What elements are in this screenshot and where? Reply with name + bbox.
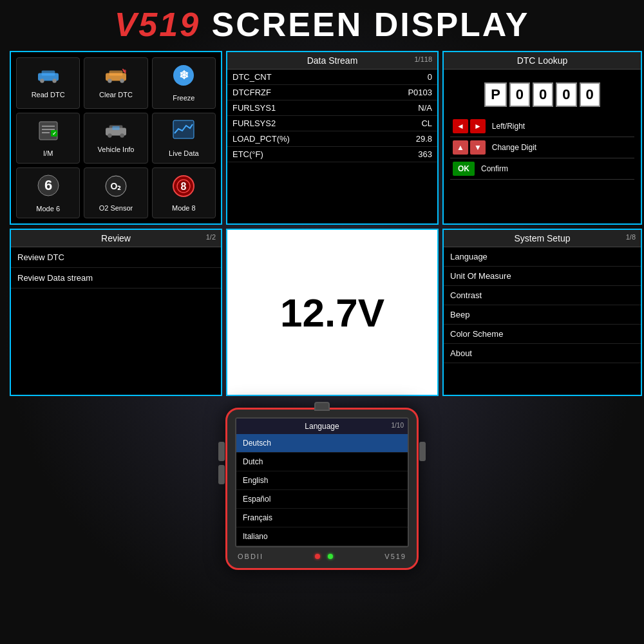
data-row-dtc-cnt: DTC_CNT 0	[227, 70, 437, 85]
menu-item-read-dtc[interactable]: Read DTC	[16, 57, 80, 108]
mode8-label: Mode 8	[172, 204, 196, 212]
setup-row-about[interactable]: About	[444, 344, 641, 363]
lang-item-espanol[interactable]: Español	[236, 490, 408, 509]
side-btn-right-1[interactable]	[419, 442, 426, 461]
menu-item-freeze[interactable]: ❄ Freeze	[152, 57, 216, 108]
review-panel: Review 1/2 Review DTC Review Data stream	[10, 229, 222, 396]
setup-row-color-scheme[interactable]: Color Scheme	[444, 325, 641, 344]
menu-panel: Read DTC Clear DTC	[10, 51, 222, 225]
device-brand-right: V519	[384, 553, 406, 560]
data-stream-panel: Data Stream 1/118 DTC_CNT 0 DTCFRZF P010…	[226, 51, 439, 225]
live-data-icon	[172, 119, 195, 147]
dtc-lr-label: Left/Right	[492, 122, 525, 131]
dtc-prefix: P	[484, 82, 507, 107]
setup-row-language[interactable]: Language	[444, 247, 641, 267]
lang-item-deutsch[interactable]: Deutsch	[236, 434, 408, 453]
clear-dtc-label: Clear DTC	[99, 91, 133, 99]
review-page: 1/2	[206, 233, 216, 241]
clear-dtc-icon	[103, 68, 129, 88]
review-row-1[interactable]: Review Data stream	[11, 268, 221, 289]
setup-row-beep[interactable]: Beep	[444, 305, 641, 325]
review-header: Review 1/2	[11, 230, 221, 247]
title-rest: SCREEN DISPLAY	[212, 6, 530, 43]
svg-point-7	[120, 79, 124, 82]
data-row-etc: ETC(°F) 363	[227, 147, 437, 162]
data-row-dtcfrzf: DTCFRZF P0103	[227, 85, 437, 100]
setup-row-contrast[interactable]: Contrast	[444, 286, 641, 305]
setup-row-unit[interactable]: Unit Of Measure	[444, 267, 641, 286]
svg-point-6	[108, 79, 111, 82]
dtc-left-btn[interactable]: ◄	[453, 119, 468, 133]
led-red	[315, 554, 320, 559]
live-data-label: Live Data	[169, 149, 198, 157]
lang-item-italiano[interactable]: Italiano	[236, 527, 408, 546]
system-setup-panel: System Setup 1/8 Language Unit Of Measur…	[442, 229, 642, 396]
title-v519: V519	[115, 6, 200, 43]
screens-grid: Read DTC Clear DTC	[10, 51, 634, 396]
dtc-lookup-header: DTC Lookup	[444, 52, 641, 70]
side-btn-left-2[interactable]	[218, 465, 225, 484]
read-dtc-label: Read DTC	[32, 91, 65, 99]
im-label: I/M	[43, 149, 53, 157]
svg-text:8: 8	[181, 181, 187, 192]
device-container: Language 1/10 Deutsch Dutch English	[213, 401, 431, 601]
system-setup-page: 1/8	[626, 233, 636, 241]
lang-item-francais[interactable]: Français	[236, 509, 408, 527]
device-section: Language 1/10 Deutsch Dutch English	[10, 401, 634, 638]
menu-item-vehicle-info[interactable]: Vehicle Info	[84, 113, 147, 164]
svg-text:❄: ❄	[179, 69, 189, 82]
dtc-controls: ◄ ► Left/Right ▲ ▼ Change Digit OK Confi…	[444, 113, 641, 182]
voltage-panel: 12.7V	[226, 229, 439, 396]
data-stream-header: Data Stream 1/118	[227, 52, 437, 70]
menu-item-o2-sensor[interactable]: O₂ O2 Sensor	[84, 167, 147, 218]
im-icon: ✓	[37, 119, 60, 147]
menu-item-im[interactable]: ✓ I/M	[16, 113, 80, 164]
device-screen-header: Language 1/10	[236, 419, 408, 434]
svg-text:6: 6	[44, 177, 52, 193]
read-dtc-icon	[35, 68, 61, 88]
data-row-furlsys1: FURLSYS1 N/A	[227, 100, 437, 116]
review-row-0[interactable]: Review DTC	[11, 247, 221, 268]
svg-point-3	[52, 79, 56, 82]
menu-item-live-data[interactable]: Live Data	[152, 113, 216, 164]
language-list: Deutsch Dutch English Español Français	[236, 434, 408, 546]
dtc-digit-1[interactable]: 0	[533, 82, 553, 107]
data-stream-page: 1/118	[414, 55, 432, 63]
menu-item-mode6[interactable]: 6 Mode 6	[16, 167, 80, 218]
dtc-ok-btn[interactable]: OK	[453, 162, 475, 176]
device-side-buttons-left	[218, 442, 225, 484]
device-body: Language 1/10 Deutsch Dutch English	[225, 408, 419, 570]
data-row-furlsys2: FURLSYS2 CL	[227, 116, 437, 131]
dtc-up-btn[interactable]: ▲	[453, 140, 468, 155]
dtc-ud-buttons: ▲ ▼	[453, 140, 486, 155]
dtc-digit-0[interactable]: 0	[509, 82, 530, 107]
freeze-icon: ❄	[172, 64, 195, 91]
device-top-knob	[314, 402, 330, 411]
svg-rect-5	[109, 70, 123, 75]
device-leds	[315, 554, 333, 559]
led-green	[328, 554, 333, 559]
mode8-icon: 8	[172, 175, 195, 202]
voltage-value: 12.7V	[280, 290, 384, 336]
device-screen-page: 1/10	[392, 422, 404, 429]
svg-text:O₂: O₂	[111, 181, 122, 191]
menu-item-clear-dtc[interactable]: Clear DTC	[84, 57, 147, 108]
dtc-code-display: P 0 0 0 0	[444, 70, 641, 113]
dtc-down-btn[interactable]: ▼	[470, 140, 486, 155]
menu-item-mode8[interactable]: 8 Mode 8	[152, 167, 216, 218]
dtc-digit-label: Change Digit	[492, 143, 536, 152]
mode6-icon: 6	[37, 174, 60, 202]
dtc-confirm-control: OK Confirm	[450, 158, 634, 180]
dtc-confirm-label: Confirm	[481, 164, 508, 173]
lang-item-english[interactable]: English	[236, 471, 408, 490]
dtc-digit-2[interactable]: 0	[556, 82, 576, 107]
dtc-lookup-panel: DTC Lookup P 0 0 0 0 ◄ ► Left/Right	[442, 51, 642, 225]
svg-point-21	[120, 133, 124, 137]
dtc-right-btn[interactable]: ►	[470, 119, 486, 133]
dtc-digit-3[interactable]: 0	[580, 82, 600, 107]
data-row-load-pct: LOAD_PCT(%) 29.8	[227, 131, 437, 147]
dtc-lr-control: ◄ ► Left/Right	[450, 116, 634, 137]
svg-point-2	[40, 79, 44, 82]
lang-item-dutch[interactable]: Dutch	[236, 453, 408, 471]
side-btn-left-1[interactable]	[218, 442, 225, 461]
